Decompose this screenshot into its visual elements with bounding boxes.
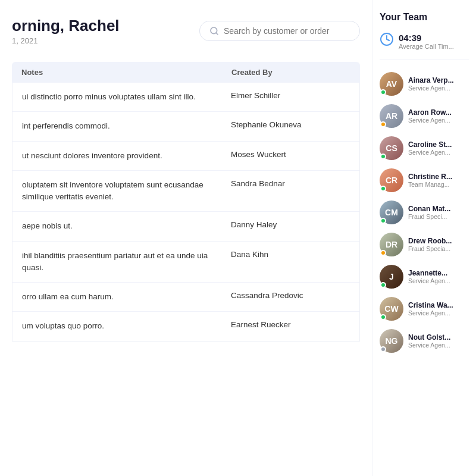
col-header-created-by: Created By xyxy=(231,68,350,77)
team-member[interactable]: AR Aaron Row... Service Agen... xyxy=(380,104,469,128)
avatar-container: AV xyxy=(380,72,403,96)
main-content: orning, Rachel 1, 2021 Notes Created By … xyxy=(0,0,372,476)
member-name: Christine R... xyxy=(408,173,452,181)
note-text: int perferendis commodi. xyxy=(22,120,231,132)
member-name: Aaron Row... xyxy=(408,108,452,117)
status-dot xyxy=(380,282,386,288)
table-row: oluptatem sit inventore voluptatem sunt … xyxy=(12,171,359,212)
team-member[interactable]: CW Cristina Wa... Service Agen... xyxy=(380,297,469,321)
avatar-container: CM xyxy=(380,201,403,224)
status-dot xyxy=(380,346,386,352)
created-by: Sandra Bednar xyxy=(231,179,350,188)
status-dot xyxy=(380,218,386,224)
status-dot xyxy=(380,250,386,256)
search-bar[interactable] xyxy=(199,21,360,41)
avatar-container: CS xyxy=(380,136,403,160)
member-name: Ainara Verp... xyxy=(408,76,454,84)
member-role: Service Agen... xyxy=(408,277,450,284)
created-by: Elmer Schiller xyxy=(231,91,350,100)
table-header: Notes Created By xyxy=(12,62,360,83)
table-row: aepe nobis ut. Danny Haley xyxy=(12,212,359,241)
table-row: orro ullam ea cum harum. Cassandra Predo… xyxy=(12,283,359,312)
member-role: Service Agen... xyxy=(408,309,453,317)
note-text: aepe nobis ut. xyxy=(22,220,231,232)
member-info: Jeannette... Service Agen... xyxy=(408,269,450,284)
member-name: Conan Mat... xyxy=(408,205,450,213)
member-info: Cristina Wa... Service Agen... xyxy=(408,301,453,317)
team-list: AV Ainara Verp... Service Agen... AR Aar… xyxy=(380,72,469,353)
member-name: Cristina Wa... xyxy=(408,301,453,309)
member-role: Team Manag... xyxy=(408,181,452,188)
member-role: Service Agen... xyxy=(408,149,452,156)
member-info: Ainara Verp... Service Agen... xyxy=(408,76,454,92)
member-role: Service Agen... xyxy=(408,117,452,124)
avatar-container: J xyxy=(380,265,403,289)
member-role: Fraud Specia... xyxy=(408,245,452,252)
table-row: int perferendis commodi. Stephanie Okune… xyxy=(12,112,359,141)
avatar-container: AR xyxy=(380,104,403,128)
team-member[interactable]: DR Drew Roob... Fraud Specia... xyxy=(380,233,469,256)
member-name: Drew Roob... xyxy=(408,237,452,245)
avatar-container: CW xyxy=(380,297,403,321)
sidebar: Your Team 04:39 Average Call Tim... AV A… xyxy=(372,0,476,476)
team-member[interactable]: NG Nout Golst... Service Agen... xyxy=(380,329,469,353)
sidebar-title: Your Team xyxy=(380,12,469,23)
greeting: orning, Rachel 1, 2021 xyxy=(12,17,120,45)
created-by: Cassandra Predovic xyxy=(231,291,350,300)
note-text: ihil blanditiis praesentium pariatur aut… xyxy=(22,250,231,274)
team-member[interactable]: J Jeannette... Service Agen... xyxy=(380,265,469,289)
table-row: um voluptas quo porro. Earnest Ruecker xyxy=(12,312,359,340)
search-input[interactable] xyxy=(224,26,350,36)
created-by: Danny Haley xyxy=(231,220,350,229)
member-role: Service Agen... xyxy=(408,342,450,349)
member-info: Drew Roob... Fraud Specia... xyxy=(408,237,452,252)
member-role: Fraud Speci... xyxy=(408,213,450,220)
member-name: Caroline St... xyxy=(408,140,452,149)
member-name: Jeannette... xyxy=(408,269,450,277)
member-info: Christine R... Team Manag... xyxy=(408,173,452,188)
table-row: ihil blanditiis praesentium pariatur aut… xyxy=(12,242,359,283)
team-member[interactable]: CS Caroline St... Service Agen... xyxy=(380,136,469,160)
member-role: Service Agen... xyxy=(408,84,454,92)
avatar-container: DR xyxy=(380,233,403,256)
status-dot xyxy=(380,186,386,192)
greeting-date: 1, 2021 xyxy=(12,36,120,45)
note-text: oluptatem sit inventore voluptatem sunt … xyxy=(22,179,231,203)
note-text: ut nesciunt dolores inventore provident. xyxy=(22,150,231,162)
team-member[interactable]: AV Ainara Verp... Service Agen... xyxy=(380,72,469,96)
status-dot xyxy=(380,154,386,159)
avg-call-time-label: Average Call Tim... xyxy=(399,43,454,50)
page-header: orning, Rachel 1, 2021 xyxy=(12,17,360,45)
created-by: Earnest Ruecker xyxy=(231,320,350,329)
search-icon xyxy=(209,26,219,36)
status-dot xyxy=(380,314,386,320)
notes-table: Notes Created By ui distinctio porro min… xyxy=(12,62,360,342)
table-row: ut nesciunt dolores inventore provident.… xyxy=(12,142,359,171)
created-by: Moses Wuckert xyxy=(231,150,350,159)
table-body: ui distinctio porro minus voluptates ull… xyxy=(12,83,360,342)
member-name: Nout Golst... xyxy=(408,333,450,342)
table-row: ui distinctio porro minus voluptates ull… xyxy=(12,83,359,112)
col-header-notes: Notes xyxy=(21,68,231,77)
greeting-name: orning, Rachel xyxy=(12,17,120,35)
timer-icon xyxy=(380,32,394,50)
svg-line-1 xyxy=(216,33,218,35)
avg-call-time-value: 04:39 xyxy=(399,33,454,43)
avatar-container: NG xyxy=(380,329,403,353)
team-member[interactable]: CR Christine R... Team Manag... xyxy=(380,168,469,192)
status-dot xyxy=(380,121,386,127)
note-text: orro ullam ea cum harum. xyxy=(22,291,231,303)
status-dot xyxy=(380,89,386,95)
avatar-container: CR xyxy=(380,168,403,192)
created-by: Dana Kihn xyxy=(231,250,350,259)
member-info: Nout Golst... Service Agen... xyxy=(408,333,450,349)
created-by: Stephanie Okuneva xyxy=(231,120,350,129)
member-info: Conan Mat... Fraud Speci... xyxy=(408,205,450,220)
avg-call-time-widget: 04:39 Average Call Tim... xyxy=(380,32,469,60)
member-info: Aaron Row... Service Agen... xyxy=(408,108,452,124)
member-info: Caroline St... Service Agen... xyxy=(408,140,452,156)
note-text: um voluptas quo porro. xyxy=(22,320,231,332)
note-text: ui distinctio porro minus voluptates ull… xyxy=(22,91,231,103)
team-member[interactable]: CM Conan Mat... Fraud Speci... xyxy=(380,201,469,224)
